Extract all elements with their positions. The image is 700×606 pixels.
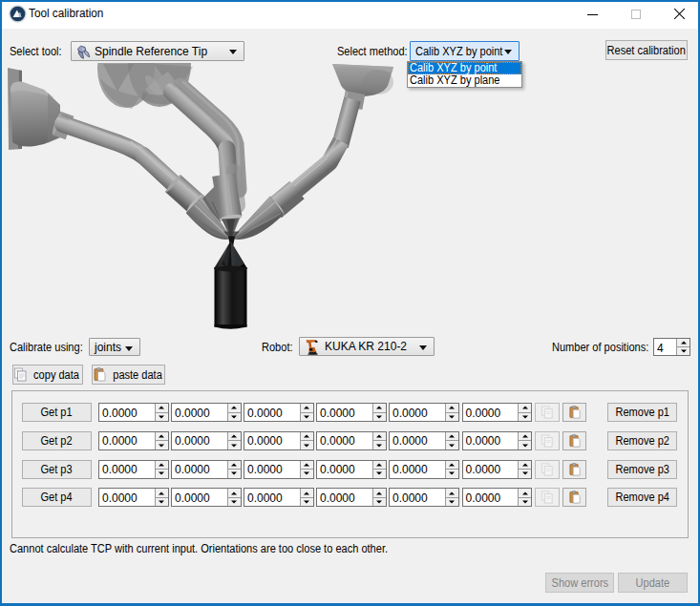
spin-down-button[interactable]	[446, 498, 458, 507]
spin-up-button[interactable]	[156, 461, 168, 470]
spin-down-button[interactable]	[373, 413, 386, 422]
num-positions-spinbox[interactable]: 4	[653, 338, 690, 356]
get-p3-button[interactable]: Get p3	[22, 460, 92, 479]
spin-down-button[interactable]	[519, 441, 531, 449]
select-tool-combobox[interactable]: Spindle Reference Tip	[71, 41, 244, 61]
titlebar[interactable]: Tool calibration	[0, 0, 700, 29]
p1-value-3-spinbox[interactable]: 0.0000	[244, 403, 314, 422]
p2-value-4-spinbox[interactable]: 0.0000	[316, 431, 387, 450]
spin-up-button[interactable]	[446, 404, 458, 413]
spin-up-button[interactable]	[156, 404, 168, 413]
get-p1-button[interactable]: Get p1	[22, 403, 92, 422]
robot-combobox[interactable]: KUKA KR 210-2	[299, 337, 435, 356]
calibrate-using-combobox[interactable]: joints	[89, 338, 140, 356]
spin-up-button[interactable]	[519, 432, 531, 442]
get-p4-button[interactable]: Get p4	[22, 488, 92, 507]
spin-down-button[interactable]	[228, 470, 241, 478]
close-button[interactable]	[657, 0, 700, 29]
spin-up-button[interactable]	[373, 489, 386, 498]
paste-row-p2-button[interactable]	[562, 431, 586, 450]
minimize-button[interactable]	[571, 0, 614, 29]
spin-down-button[interactable]	[301, 413, 313, 422]
spin-down-button[interactable]	[301, 441, 313, 449]
spin-down-button[interactable]	[156, 413, 168, 422]
p4-value-1-spinbox[interactable]: 0.0000	[98, 488, 169, 507]
spin-up-button[interactable]	[301, 404, 313, 413]
p2-value-2-spinbox[interactable]: 0.0000	[171, 431, 242, 450]
show-errors-button[interactable]: Show errors	[545, 573, 614, 593]
p3-value-5-spinbox[interactable]: 0.0000	[389, 460, 459, 479]
spin-up-button[interactable]	[228, 432, 241, 442]
spin-down-button[interactable]	[301, 498, 313, 507]
spin-down-button[interactable]	[373, 441, 386, 449]
p4-value-2-spinbox[interactable]: 0.0000	[171, 488, 242, 507]
spin-up-button[interactable]	[373, 432, 386, 442]
spin-up-button[interactable]	[156, 489, 168, 498]
spin-down-button[interactable]	[446, 413, 458, 422]
spin-down-button[interactable]	[519, 470, 531, 478]
p3-value-3-spinbox[interactable]: 0.0000	[244, 460, 314, 479]
spin-up-button[interactable]	[373, 404, 386, 413]
spin-up-button[interactable]	[301, 461, 313, 470]
p1-value-1-spinbox[interactable]: 0.0000	[98, 403, 169, 422]
paste-row-p3-button[interactable]	[562, 460, 586, 479]
p2-value-1-spinbox[interactable]: 0.0000	[98, 431, 169, 450]
spin-down-button[interactable]	[156, 470, 168, 478]
spin-up-button[interactable]	[301, 489, 313, 498]
p3-value-1-spinbox[interactable]: 0.0000	[98, 460, 169, 479]
spin-down-button[interactable]	[373, 470, 386, 478]
spin-down-button[interactable]	[301, 470, 313, 478]
p2-value-5-spinbox[interactable]: 0.0000	[389, 431, 459, 450]
p1-value-2-spinbox[interactable]: 0.0000	[171, 403, 242, 422]
maximize-button[interactable]	[614, 0, 657, 29]
p1-value-4-spinbox[interactable]: 0.0000	[316, 403, 387, 422]
paste-row-p1-button[interactable]	[562, 403, 586, 422]
spin-down-button[interactable]	[156, 441, 168, 449]
copy-data-button[interactable]: copy data	[12, 365, 83, 385]
spin-down-button[interactable]	[228, 498, 241, 507]
spin-down-button[interactable]	[677, 347, 689, 355]
update-button[interactable]: Update	[618, 573, 688, 593]
p3-value-2-spinbox[interactable]: 0.0000	[171, 460, 242, 479]
spin-up-button[interactable]	[156, 432, 168, 442]
p2-value-6-spinbox[interactable]: 0.0000	[462, 431, 533, 450]
spin-down-button[interactable]	[519, 413, 531, 422]
spin-down-button[interactable]	[228, 441, 241, 449]
spin-down-button[interactable]	[228, 413, 241, 422]
copy-row-p2-button[interactable]	[535, 431, 560, 450]
spin-up-button[interactable]	[228, 489, 241, 498]
spin-up-button[interactable]	[519, 461, 531, 470]
remove-p1-button[interactable]: Remove p1	[607, 403, 677, 422]
p4-value-4-spinbox[interactable]: 0.0000	[316, 488, 387, 507]
remove-p4-button[interactable]: Remove p4	[607, 488, 677, 507]
spin-up-button[interactable]	[519, 404, 531, 413]
copy-row-p3-button[interactable]	[535, 460, 560, 479]
spin-down-button[interactable]	[156, 498, 168, 507]
p1-value-6-spinbox[interactable]: 0.0000	[462, 403, 533, 422]
spin-down-button[interactable]	[446, 470, 458, 478]
spin-down-button[interactable]	[446, 441, 458, 449]
select-method-combobox[interactable]: Calib XYZ by point	[410, 41, 520, 61]
p4-value-3-spinbox[interactable]: 0.0000	[244, 488, 314, 507]
paste-row-p4-button[interactable]	[562, 488, 586, 507]
p3-value-6-spinbox[interactable]: 0.0000	[462, 460, 533, 479]
spin-up-button[interactable]	[519, 489, 531, 498]
spin-up-button[interactable]	[228, 404, 241, 413]
spin-up-button[interactable]	[301, 432, 313, 442]
spin-up-button[interactable]	[446, 489, 458, 498]
copy-row-p1-button[interactable]	[535, 403, 560, 422]
get-p2-button[interactable]: Get p2	[22, 431, 92, 450]
spin-up-button[interactable]	[228, 461, 241, 470]
spin-up-button[interactable]	[446, 461, 458, 470]
p3-value-4-spinbox[interactable]: 0.0000	[316, 460, 387, 479]
spin-down-button[interactable]	[373, 498, 386, 507]
p1-value-5-spinbox[interactable]: 0.0000	[389, 403, 459, 422]
spin-down-button[interactable]	[519, 498, 531, 507]
copy-row-p4-button[interactable]	[535, 488, 560, 507]
remove-p3-button[interactable]: Remove p3	[607, 460, 677, 479]
p4-value-5-spinbox[interactable]: 0.0000	[389, 488, 459, 507]
method-option-plane[interactable]: Calib XYZ by plane	[408, 74, 521, 87]
spin-up-button[interactable]	[373, 461, 386, 470]
p2-value-3-spinbox[interactable]: 0.0000	[244, 431, 314, 450]
3d-viewport[interactable]	[0, 63, 696, 335]
